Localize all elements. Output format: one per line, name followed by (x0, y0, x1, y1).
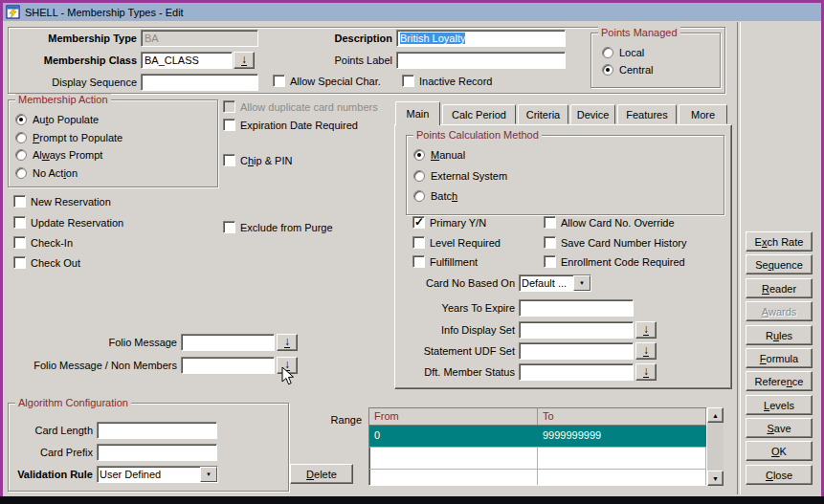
card-prefix-label: Card Prefix (4, 447, 93, 459)
radio-label: Central (619, 64, 653, 76)
delete-button[interactable]: Delete (290, 464, 353, 484)
radio-circle (413, 190, 425, 202)
save-button[interactable]: Save (746, 418, 813, 438)
check-in-checkbox[interactable]: Check-In (13, 236, 73, 249)
allow-duplicate-card-numbers-checkbox: Allow duplicate card numbers (223, 100, 378, 113)
tab-criteria[interactable]: Criteria (518, 104, 568, 124)
primary-yn-checkbox[interactable]: Primary Y/N (412, 216, 486, 229)
tab-label: Main (407, 108, 430, 120)
chip-and-pin-checkbox[interactable]: Chip & PIN (223, 154, 292, 166)
membership-class-input[interactable]: BA_CLASS (141, 52, 233, 69)
radio-circle (413, 170, 425, 182)
dropdown-arrow-icon[interactable]: ▼ (200, 467, 217, 482)
ok-button[interactable]: OK (746, 441, 813, 461)
rules-button[interactable]: Rules (746, 325, 813, 345)
radio-local[interactable]: Local (602, 47, 644, 58)
levels-button[interactable]: Levels (746, 395, 813, 415)
allow-card-no-override-checkbox[interactable]: Allow Card No. Override (544, 216, 675, 229)
tab-device[interactable]: Device (570, 104, 615, 124)
down-arrow-icon: ▼ (712, 475, 719, 482)
statement-udf-set-lov-button[interactable]: ↓ (635, 342, 657, 360)
exclude-from-purge-checkbox[interactable]: Exclude from Purge (223, 221, 333, 233)
card-no-based-on-combo[interactable]: Default ... ▼ (519, 274, 591, 292)
description-input[interactable]: British Loyalty (396, 30, 566, 47)
radio-label: Manual (431, 149, 465, 161)
expiration-date-required-checkbox[interactable]: Expiration Date Required (223, 119, 358, 131)
form-icon (6, 5, 21, 19)
allow-special-char-checkbox[interactable]: Allow Special Char. (273, 75, 381, 87)
checkbox-box (412, 255, 425, 268)
display-sequence-label: Display Sequence (19, 77, 137, 89)
checkbox-label: Inactive Record (419, 76, 492, 87)
cell-from: 0 (369, 426, 538, 447)
card-prefix-input[interactable] (97, 444, 217, 461)
membership-class-lov-button[interactable]: ↓ (234, 52, 255, 69)
radio-label: Batch (431, 190, 457, 202)
radio-external-system[interactable]: External System (413, 170, 507, 182)
card-length-input[interactable] (97, 422, 217, 439)
cell-from (369, 470, 538, 486)
range-table-scrollbar[interactable]: ▲ ▼ (707, 407, 724, 486)
radio-always-prompt[interactable]: Always Prompt (15, 149, 102, 161)
mouse-cursor (281, 366, 295, 386)
radio-prompt-to-populate[interactable]: Prompt to Populate (15, 132, 122, 143)
checkbox-box (544, 255, 556, 268)
dft-member-status-input[interactable] (519, 363, 634, 381)
exch-rate-button[interactable]: Exch Rate (746, 231, 813, 252)
tab-calc-period[interactable]: Calc Period (442, 104, 516, 124)
update-reservation-checkbox[interactable]: Update Reservation (13, 216, 123, 229)
years-to-expire-input[interactable] (519, 299, 634, 317)
tab-more[interactable]: More (679, 104, 727, 124)
radio-circle (15, 149, 27, 161)
enrollment-code-required-checkbox[interactable]: Enrollment Code Required (544, 255, 685, 268)
algorithm-configuration-title: Algorithm Configuration (15, 397, 131, 408)
scroll-up-button[interactable]: ▲ (707, 407, 724, 423)
cell-to: 9999999999 (538, 426, 706, 447)
folio-message-label: Folio Message (19, 337, 177, 349)
statement-udf-set-input[interactable] (519, 342, 634, 360)
info-display-set-lov-button[interactable]: ↓ (635, 321, 657, 339)
inactive-record-checkbox[interactable]: Inactive Record (402, 75, 492, 87)
combo-value: User Defined (98, 467, 200, 482)
table-row[interactable] (369, 470, 706, 486)
checkbox-label: Exclude from Purge (240, 222, 333, 233)
save-card-number-history-checkbox[interactable]: Save Card Number History (544, 236, 686, 249)
cell-to (538, 448, 706, 469)
checkbox-box (223, 119, 235, 131)
new-reservation-checkbox[interactable]: New Reservation (13, 195, 111, 208)
side-panel-divider (737, 22, 741, 494)
radio-auto-populate[interactable]: Auto Populate (15, 114, 99, 125)
tab-main[interactable]: Main (395, 101, 440, 125)
display-sequence-input[interactable] (141, 74, 258, 91)
radio-central[interactable]: Central (602, 64, 653, 76)
scroll-down-button[interactable]: ▼ (707, 471, 724, 486)
reader-button[interactable]: Reader (746, 278, 813, 298)
fulfillment-checkbox[interactable]: Fulfillment (412, 255, 478, 268)
dropdown-arrow-icon[interactable]: ▼ (573, 275, 590, 291)
dft-member-status-lov-button[interactable]: ↓ (635, 363, 657, 381)
checkbox-label: Save Card Number History (561, 237, 686, 249)
points-label-input[interactable] (396, 52, 566, 69)
folio-message-input[interactable] (181, 334, 275, 351)
checkbox-box (402, 75, 414, 87)
folio-message-non-members-input[interactable] (181, 357, 275, 374)
radio-manual[interactable]: Manual (413, 149, 465, 161)
radio-batch[interactable]: Batch (413, 190, 457, 202)
validation-rule-combo[interactable]: User Defined ▼ (97, 466, 218, 483)
table-row[interactable] (369, 448, 706, 470)
radio-no-action[interactable]: No Action (15, 167, 78, 179)
folio-message-lov-button[interactable]: ↓ (277, 334, 298, 351)
checkbox-label: Check Out (31, 257, 80, 269)
table-row[interactable]: 0 9999999999 (369, 426, 706, 448)
close-button[interactable]: Close (746, 465, 813, 485)
tab-features[interactable]: Features (617, 104, 677, 124)
formula-button[interactable]: Formula (746, 348, 813, 368)
check-out-checkbox[interactable]: Check Out (13, 256, 80, 269)
level-required-checkbox[interactable]: Level Required (412, 236, 501, 249)
tab-label: Device (577, 109, 610, 121)
title-bar[interactable]: SHELL - Membership Types - Edit (3, 3, 821, 21)
info-display-set-input[interactable] (519, 321, 634, 339)
info-display-set-label: Info Display Set (390, 324, 515, 337)
reference-button[interactable]: Reference (746, 371, 813, 391)
sequence-button[interactable]: Sequence (746, 254, 813, 274)
